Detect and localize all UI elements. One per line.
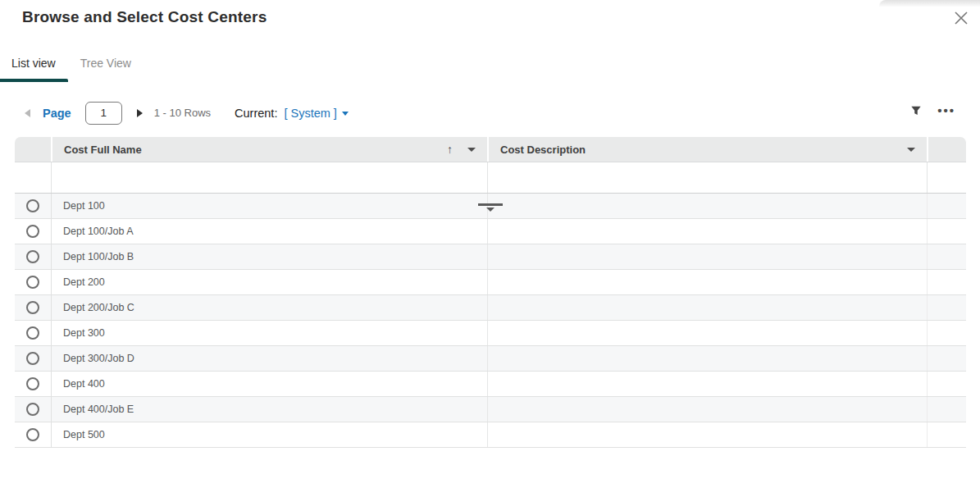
row-description[interactable] xyxy=(487,346,927,371)
radio-button[interactable] xyxy=(26,352,39,365)
current-system-dropdown[interactable]: [ System ] xyxy=(284,107,348,120)
radio-button[interactable] xyxy=(26,276,39,289)
radio-button[interactable] xyxy=(26,301,39,314)
row-description[interactable] xyxy=(487,422,927,447)
column-menu-icon[interactable] xyxy=(467,148,476,152)
row-name[interactable]: Dept 100/Job A xyxy=(51,219,487,244)
row-description[interactable] xyxy=(487,397,927,422)
next-page-button[interactable] xyxy=(137,109,143,117)
table-row[interactable]: Dept 200 xyxy=(15,270,966,295)
table-row[interactable]: Dept 200/Job C xyxy=(15,295,966,321)
tab-tree-view[interactable]: Tree View xyxy=(68,51,144,82)
pagination-toolbar: Page 1 - 10 Rows Current: [ System ] xyxy=(25,101,349,125)
row-end-cell xyxy=(927,372,966,396)
row-name[interactable]: Dept 300 xyxy=(51,321,487,345)
row-name[interactable]: Dept 400 xyxy=(51,372,487,396)
row-end-cell xyxy=(927,244,966,269)
row-end-cell xyxy=(927,295,966,320)
filter-cell-cost-description[interactable] xyxy=(487,162,927,193)
close-button[interactable] xyxy=(952,9,970,27)
dialog-title: Browse and Select Cost Centers xyxy=(22,8,267,26)
previous-page-button[interactable] xyxy=(25,109,30,117)
current-system-value: [ System ] xyxy=(284,107,336,120)
radio-button[interactable] xyxy=(26,199,39,212)
sort-ascending-icon[interactable]: ↑ xyxy=(447,143,453,156)
row-end-cell xyxy=(927,346,966,371)
browse-cost-centers-dialog: Browse and Select Cost Centers List view… xyxy=(0,0,980,479)
row-name[interactable]: Dept 500 xyxy=(51,422,487,447)
row-name[interactable]: Dept 200/Job C xyxy=(51,295,487,320)
table-header-row: Cost Full Name ↑ Cost Description xyxy=(15,137,966,162)
filter-cell-selection xyxy=(15,162,51,193)
tab-list-view-label: List view xyxy=(11,57,56,70)
page-link[interactable]: Page xyxy=(43,107,71,120)
radio-button[interactable] xyxy=(26,225,39,238)
table-row[interactable]: Dept 100/Job A xyxy=(15,219,966,244)
table-actions: ••• xyxy=(910,105,955,116)
row-name[interactable]: Dept 400/Job E xyxy=(51,397,487,422)
radio-button[interactable] xyxy=(26,326,39,340)
radio-button[interactable] xyxy=(26,377,39,390)
table-row[interactable]: Dept 300 xyxy=(15,321,966,346)
radio-button[interactable] xyxy=(26,403,39,416)
column-menu-icon[interactable] xyxy=(907,148,915,152)
column-filter-handle[interactable] xyxy=(478,203,503,212)
row-description[interactable] xyxy=(487,219,927,244)
row-select-cell[interactable] xyxy=(15,321,51,345)
row-name[interactable]: Dept 100 xyxy=(51,194,487,218)
radio-button[interactable] xyxy=(26,428,39,441)
background-window-edge xyxy=(879,0,980,7)
row-description[interactable] xyxy=(487,321,927,345)
row-select-cell[interactable] xyxy=(15,219,51,244)
row-select-cell[interactable] xyxy=(15,244,51,269)
row-description[interactable] xyxy=(487,372,927,396)
rows-range-label: 1 - 10 Rows xyxy=(154,107,211,119)
filter-funnel-icon xyxy=(910,105,922,116)
table-row[interactable]: Dept 100/Job B xyxy=(15,244,966,270)
row-description[interactable] xyxy=(487,270,927,294)
row-name[interactable]: Dept 200 xyxy=(51,270,487,294)
row-end-cell xyxy=(927,397,966,422)
table-row[interactable]: Dept 400/Job E xyxy=(15,397,966,422)
row-end-cell xyxy=(927,219,966,244)
table-row[interactable]: Dept 400 xyxy=(15,372,966,397)
filter-button[interactable] xyxy=(910,105,922,116)
column-header-label: Cost Full Name xyxy=(64,144,142,156)
chevron-down-icon xyxy=(486,208,495,212)
table-body: Dept 100 Dept 100/Job A Dept 100/Job B D… xyxy=(15,194,966,448)
radio-button[interactable] xyxy=(26,250,39,263)
row-select-cell[interactable] xyxy=(15,397,51,422)
view-tabs: List view Tree View xyxy=(0,51,144,82)
row-end-cell xyxy=(927,194,966,218)
page-number-input[interactable] xyxy=(85,102,122,125)
column-header-cost-description[interactable]: Cost Description xyxy=(487,137,927,162)
more-actions-button[interactable]: ••• xyxy=(937,107,955,115)
row-description[interactable] xyxy=(487,295,927,320)
row-select-cell[interactable] xyxy=(15,295,51,320)
selection-column-header xyxy=(15,137,51,162)
handle-bar xyxy=(478,203,503,206)
row-select-cell[interactable] xyxy=(15,270,51,294)
table-row[interactable]: Dept 300/Job D xyxy=(15,346,966,372)
close-icon xyxy=(954,11,969,25)
end-column-header xyxy=(927,137,966,162)
filter-cell-cost-full-name[interactable] xyxy=(51,162,487,193)
row-select-cell[interactable] xyxy=(15,194,51,218)
table-filter-row xyxy=(15,162,966,194)
chevron-down-icon xyxy=(342,112,349,116)
column-header-cost-full-name[interactable]: Cost Full Name ↑ xyxy=(51,137,487,162)
row-name[interactable]: Dept 100/Job B xyxy=(51,244,487,269)
row-description[interactable] xyxy=(487,194,927,218)
row-select-cell[interactable] xyxy=(15,372,51,396)
row-description[interactable] xyxy=(487,244,927,269)
current-label: Current: xyxy=(235,107,277,120)
row-select-cell[interactable] xyxy=(15,346,51,371)
row-end-cell xyxy=(927,321,966,345)
table-row[interactable]: Dept 500 xyxy=(15,422,966,448)
cost-centers-table: Cost Full Name ↑ Cost Description xyxy=(15,137,966,448)
row-name[interactable]: Dept 300/Job D xyxy=(51,346,487,371)
filter-cell-end xyxy=(927,162,966,193)
row-end-cell xyxy=(927,422,966,447)
row-select-cell[interactable] xyxy=(15,422,51,447)
tab-list-view[interactable]: List view xyxy=(0,51,68,82)
